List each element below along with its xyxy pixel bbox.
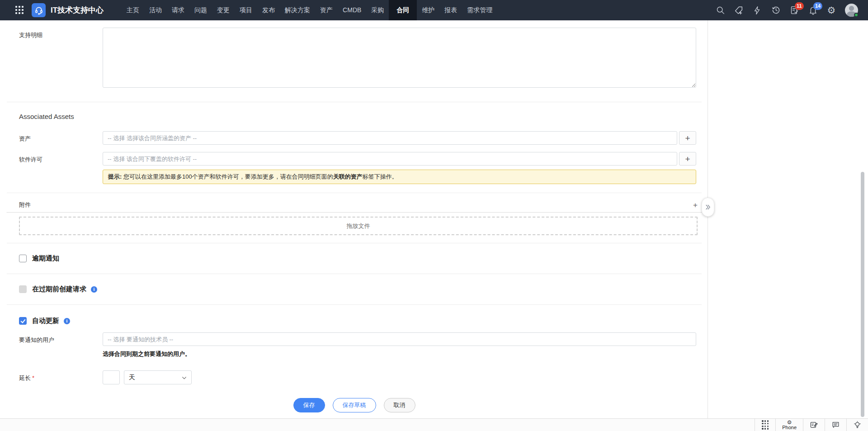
support-details-row: 支持明细	[7, 20, 702, 102]
action-buttons: 保存 保存草稿 取消	[7, 398, 702, 418]
app-logo[interactable]	[32, 3, 46, 17]
dropzone-text: 拖放文件	[347, 222, 370, 230]
auto-renew-section: 自动更新 i 要通知的用户 选择合同到期之前要通知的用户。 延长* 天	[7, 305, 702, 418]
tip-text-2: 标签下操作。	[363, 173, 398, 180]
auto-renew-checkbox[interactable]	[19, 317, 27, 325]
main-menu: 主页 活动 请求 问题 变更 项目 发布 解决方案 资产 CMDB 采购 合同 …	[122, 0, 497, 20]
nav-item-problems[interactable]: 问题	[189, 0, 212, 20]
save-button[interactable]: 保存	[293, 398, 325, 412]
notify-users-label: 要通知的用户	[7, 332, 103, 358]
attachments-label: 附件	[19, 201, 31, 209]
task-badge: 11	[795, 2, 804, 10]
nav-item-maintenance[interactable]: 维护	[417, 0, 439, 20]
auto-renew-info-icon[interactable]: i	[64, 318, 70, 324]
file-dropzone[interactable]: 拖放文件	[19, 217, 698, 235]
save-draft-button[interactable]: 保存草稿	[333, 398, 376, 412]
nav-item-solutions[interactable]: 解决方案	[280, 0, 315, 20]
extend-unit-value: 天	[129, 374, 135, 382]
create-request-label: 在过期前创建请求	[32, 285, 86, 294]
extend-label-wrap: 延长*	[7, 370, 103, 384]
user-avatar[interactable]	[845, 4, 858, 17]
task-list-icon[interactable]: 11	[789, 5, 799, 15]
tip-prefix: 提示:	[108, 173, 122, 180]
navbar-right: 11 14 ⚙	[715, 4, 868, 17]
software-license-add-button[interactable]: +	[679, 152, 696, 166]
nav-item-reports[interactable]: 报表	[439, 0, 462, 20]
notes-icon[interactable]	[803, 419, 825, 431]
nav-item-cmdb[interactable]: CMDB	[338, 0, 366, 20]
lightbulb-icon[interactable]	[846, 419, 868, 431]
history-icon[interactable]	[771, 5, 781, 15]
software-license-select-input[interactable]	[103, 152, 677, 166]
app-title: IT技术支持中心	[51, 5, 104, 15]
software-license-row: 软件许可 + 提示: 您可以在这里添加最多100个资产和软件许可，要添加更多，请…	[7, 152, 702, 184]
tip-text-1: 您可以在这里添加最多100个资产和软件许可，要添加更多，请在合同明细页面的	[122, 173, 333, 180]
overdue-notice-label: 逾期通知	[32, 254, 59, 263]
attachment-add-icon[interactable]: +	[693, 201, 698, 209]
contract-form-panel: 支持明细 Associated Assets 资产 + 软件许可	[0, 20, 708, 418]
phone-settings[interactable]: ⚙ Phone	[775, 419, 803, 431]
chevron-down-icon	[181, 375, 187, 381]
software-license-label: 软件许可	[7, 152, 103, 184]
nav-item-home[interactable]: 主页	[122, 0, 144, 20]
nav-item-contracts-active[interactable]: 合同	[389, 0, 417, 20]
create-request-info-icon[interactable]: i	[91, 286, 97, 293]
associated-assets-section: Associated Assets 资产 + 软件许可 +	[7, 102, 702, 193]
lightning-icon[interactable]	[752, 5, 762, 15]
vertical-scrollbar[interactable]	[861, 172, 864, 417]
headset-icon	[34, 6, 43, 15]
tip-bold-text: 关联的资产	[333, 173, 363, 180]
associated-assets-heading: Associated Assets	[7, 102, 702, 131]
create-request-checkbox	[19, 285, 27, 293]
support-details-label: 支持明细	[7, 28, 103, 90]
online-status-dot	[854, 13, 859, 17]
tag-add-icon[interactable]	[734, 5, 744, 15]
nav-item-requests[interactable]: 请求	[167, 0, 189, 20]
navbar-left: IT技术支持中心	[0, 0, 122, 20]
top-navbar: IT技术支持中心 主页 活动 请求 问题 变更 项目 发布 解决方案 资产 CM…	[0, 0, 868, 20]
asset-add-button[interactable]: +	[679, 131, 696, 145]
bell-icon[interactable]: 14	[808, 5, 818, 15]
notify-users-row: 要通知的用户 选择合同到期之前要通知的用户。	[7, 332, 702, 358]
double-chevron-right-icon	[704, 204, 712, 211]
asset-select-input[interactable]	[103, 131, 677, 145]
limit-tip-box: 提示: 您可以在这里添加最多100个资产和软件许可，要添加更多，请在合同明细页面…	[103, 170, 696, 184]
overdue-notice-row: 逾期通知	[7, 243, 702, 274]
auto-renew-row: 自动更新 i	[7, 306, 702, 332]
extend-unit-select[interactable]: 天	[124, 370, 192, 384]
extend-value-input[interactable]	[103, 370, 120, 384]
nav-item-projects[interactable]: 项目	[235, 0, 257, 20]
asset-row: 资产 +	[7, 131, 702, 145]
nav-item-demand-mgmt[interactable]: 需求管理	[462, 0, 497, 20]
nav-item-releases[interactable]: 发布	[257, 0, 280, 20]
attachments-section: 附件 + 拖放文件	[7, 193, 702, 243]
side-panel-toggle[interactable]	[702, 198, 714, 217]
nav-item-activity[interactable]: 活动	[144, 0, 167, 20]
support-details-textarea[interactable]	[103, 28, 696, 88]
create-request-row: 在过期前创建请求 i	[7, 274, 702, 305]
dialpad-icon[interactable]	[755, 419, 775, 431]
auto-renew-label: 自动更新	[32, 317, 59, 325]
required-asterisk: *	[32, 374, 34, 381]
extend-label: 延长	[19, 374, 31, 381]
nav-item-purchase[interactable]: 采购	[366, 0, 389, 20]
nav-item-assets[interactable]: 资产	[315, 0, 338, 20]
apps-grid-icon[interactable]	[15, 6, 24, 15]
notify-users-select-input[interactable]	[103, 332, 696, 346]
notification-badge: 14	[813, 2, 822, 10]
overdue-notice-checkbox[interactable]	[19, 255, 27, 262]
bottom-toolbar: ⚙ Phone	[0, 418, 868, 431]
settings-gear-icon[interactable]: ⚙	[826, 5, 836, 15]
notify-users-helper-text: 选择合同到期之前要通知的用户。	[103, 346, 696, 358]
search-icon[interactable]	[715, 5, 725, 15]
chat-icon[interactable]	[825, 419, 846, 431]
cancel-button[interactable]: 取消	[384, 398, 415, 412]
extend-row: 延长* 天	[7, 370, 702, 384]
nav-item-changes[interactable]: 变更	[212, 0, 235, 20]
asset-label: 资产	[7, 131, 103, 145]
phone-label: Phone	[782, 425, 797, 430]
phone-gear-icon: ⚙	[787, 420, 792, 425]
